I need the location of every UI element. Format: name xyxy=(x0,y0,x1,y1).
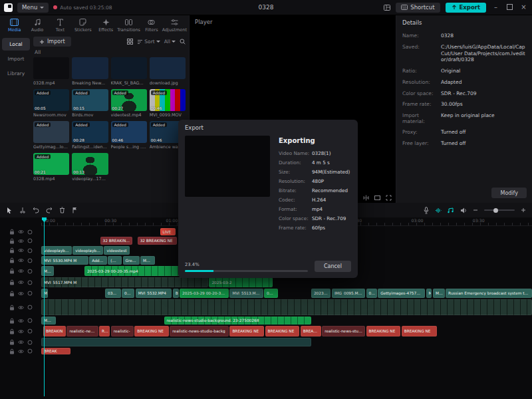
lock-icon[interactable] xyxy=(9,339,15,345)
delete-icon[interactable] xyxy=(59,207,65,213)
media-item[interactable]: download.jpg xyxy=(150,57,186,86)
timeline-clip[interactable]: M xyxy=(41,289,48,298)
timeline-clip[interactable]: videoplayback (1 vid xyxy=(41,246,72,255)
eye-icon[interactable] xyxy=(18,305,24,310)
eye-icon[interactable] xyxy=(18,291,24,296)
zoom-knob[interactable] xyxy=(493,208,498,213)
mute-icon[interactable] xyxy=(27,318,33,323)
lock-icon[interactable] xyxy=(9,238,15,244)
timeline-clip[interactable]: MVI_5! xyxy=(433,289,445,298)
mute-icon[interactable] xyxy=(27,291,33,296)
media-item[interactable]: Added00:46People s...ing .mp4 xyxy=(111,121,147,150)
blade-tool-icon[interactable] xyxy=(19,207,26,213)
eye-icon[interactable] xyxy=(18,349,24,354)
media-item[interactable]: Added00:05Newsroom.mov xyxy=(33,89,69,118)
select-tool-icon[interactable] xyxy=(6,207,13,214)
lock-icon[interactable] xyxy=(9,247,15,253)
redo-icon[interactable] xyxy=(46,207,53,213)
mic-icon[interactable] xyxy=(424,207,429,214)
media-item[interactable]: KRAK_SI_BAG... xyxy=(111,57,147,86)
tab-transitions[interactable]: Transitions xyxy=(118,17,140,34)
eye-icon[interactable] xyxy=(18,239,24,243)
eye-icon[interactable] xyxy=(18,329,24,334)
tab-audio[interactable]: Audio xyxy=(26,17,48,34)
timeline-clip[interactable]: (M04) xyxy=(108,256,122,265)
shortcut-button[interactable]: Shortcut xyxy=(396,3,440,13)
timeline-clip[interactable]: MVI_5517.MP4 M xyxy=(41,277,208,287)
tab-media[interactable]: Media xyxy=(3,17,25,34)
sort-dropdown[interactable]: Sort xyxy=(137,39,160,45)
media-item[interactable]: 0328.mp4 xyxy=(33,57,69,86)
mute-icon[interactable] xyxy=(27,340,33,345)
timeline-clip[interactable]: realistic-news-studio xyxy=(322,326,365,336)
modify-button[interactable]: Modify xyxy=(491,188,527,198)
timeline-clip[interactable]: BREAKING NE xyxy=(366,326,401,336)
mute-icon[interactable] xyxy=(27,348,33,354)
mute-icon[interactable] xyxy=(27,280,33,285)
tab-text[interactable]: Text xyxy=(49,17,71,34)
eye-icon[interactable] xyxy=(18,319,24,323)
media-item[interactable]: Added00:15Birds.mov xyxy=(72,89,108,118)
cancel-button[interactable]: Cancel xyxy=(315,261,351,272)
lock-icon[interactable] xyxy=(9,318,15,324)
timeline-clip[interactable]: 2025-03-29 00-20-35.mp4 xyxy=(180,289,229,298)
lock-icon[interactable] xyxy=(9,279,15,285)
filter-dropdown[interactable]: All xyxy=(164,39,176,45)
mute-icon[interactable] xyxy=(27,229,33,235)
timeline-clip[interactable]: 2023-01 xyxy=(311,289,331,298)
media-item[interactable]: Breaking New... xyxy=(72,57,108,86)
timeline-clip[interactable]: BREAKING NE xyxy=(229,326,264,336)
lock-icon[interactable] xyxy=(9,348,15,354)
mute-icon[interactable] xyxy=(27,329,33,334)
timeline-clip[interactable]: realistic-news-studio-backg xyxy=(170,326,229,336)
eye-icon[interactable] xyxy=(18,229,24,234)
grid-view-icon[interactable] xyxy=(127,39,133,45)
playhead[interactable] xyxy=(44,217,45,396)
timeline-clip[interactable]: 00:20 xyxy=(264,289,278,298)
tab-stickers[interactable]: Stickers xyxy=(72,17,94,34)
ratio-icon[interactable] xyxy=(374,195,380,201)
timeline-clip[interactable]: MVI_5513.MP4 xyxy=(229,289,263,298)
zoom-in-icon[interactable] xyxy=(521,207,526,213)
media-item[interactable]: Added00:27videotest.mp4 xyxy=(111,89,147,118)
source-item-import[interactable]: Import xyxy=(2,53,30,65)
mute-icon[interactable] xyxy=(27,269,33,274)
zoom-out-icon[interactable] xyxy=(473,207,478,213)
timeline-clip[interactable]: 32 BREAKING NE xyxy=(138,237,177,245)
media-item[interactable]: Added00:210328.mp4 xyxy=(33,153,69,182)
timeline-clip[interactable]: B xyxy=(173,289,179,298)
timeline-clip[interactable]: videostest xyxy=(104,246,129,255)
timeline-clip[interactable]: 001 xyxy=(366,289,377,298)
timeline-clip[interactable]: MVI_5530.MP4 M xyxy=(41,256,88,265)
mute-icon[interactable] xyxy=(27,258,33,263)
timeline-clip[interactable]: M xyxy=(426,289,432,298)
timeline-clip[interactable]: realistic-news-s xyxy=(66,326,98,336)
timeline-clip[interactable]: 0328.m xyxy=(105,289,121,298)
timeline-clip[interactable]: Added.m xyxy=(89,256,107,265)
timeline-clip[interactable] xyxy=(41,338,311,346)
source-item-library[interactable]: Library xyxy=(2,67,30,80)
timeline-clip[interactable]: 2025-03-2 xyxy=(209,277,273,287)
menu-button[interactable]: Menu xyxy=(17,3,49,13)
tab-adjustment[interactable]: Adjustment xyxy=(164,17,186,34)
tab-filters[interactable]: Filters xyxy=(140,17,162,34)
timeline-clip[interactable]: videoplayback (3) vid xyxy=(72,246,103,255)
timeline-clip[interactable]: MVI_55 xyxy=(140,256,155,265)
mute-icon[interactable] xyxy=(27,305,33,310)
mirror-icon[interactable] xyxy=(363,195,369,201)
lock-icon[interactable] xyxy=(9,257,15,263)
media-item[interactable]: 00:13videoplay...175.mp4 xyxy=(72,153,108,182)
minimize-button[interactable]: – xyxy=(491,4,500,11)
maximize-button[interactable] xyxy=(505,4,514,11)
eye-icon[interactable] xyxy=(18,269,24,273)
lock-icon[interactable] xyxy=(9,229,15,235)
timeline-clip[interactable]: BREAKIN xyxy=(43,326,66,336)
timeline-clip[interactable]: MVI_5532.MP4 xyxy=(136,289,172,298)
fullscreen-icon[interactable] xyxy=(386,195,392,201)
tab-effects[interactable]: Effects xyxy=(95,17,117,34)
voiceover-icon[interactable] xyxy=(435,207,442,213)
timeline-clip[interactable]: Green s xyxy=(123,256,140,265)
timeline-clip[interactable]: Gettyimages-475797714-6... xyxy=(378,289,425,298)
search-icon[interactable] xyxy=(180,39,186,45)
timeline-clip[interactable]: LIVE xyxy=(160,228,176,235)
